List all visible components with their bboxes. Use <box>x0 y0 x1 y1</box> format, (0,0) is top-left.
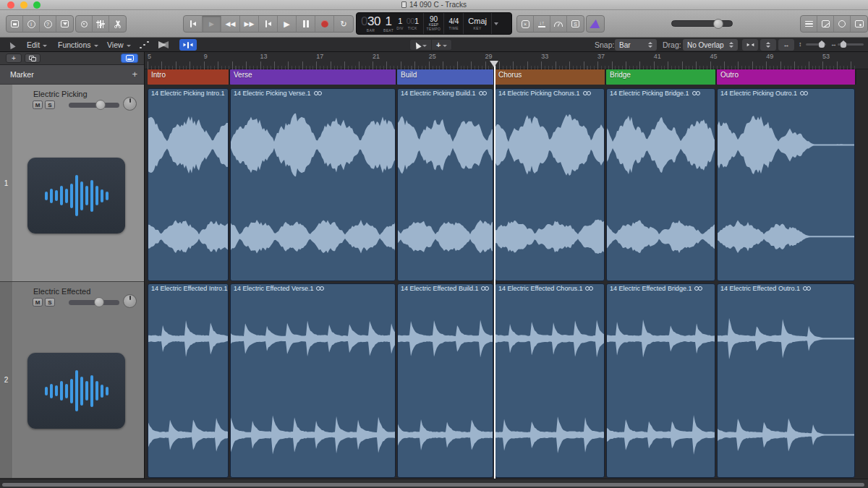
cycle-button[interactable]: ↻ <box>334 16 353 32</box>
marker-global-track[interactable]: Marker + <box>0 65 144 85</box>
zoom-button[interactable] <box>33 1 41 9</box>
list-editors-button[interactable] <box>801 16 817 32</box>
master-volume-slider[interactable] <box>671 20 733 27</box>
marker-chorus[interactable]: Chorus <box>495 69 606 85</box>
marker-outro[interactable]: Outro <box>717 69 856 85</box>
ruler-bar-13: 13 <box>260 53 268 60</box>
media-browser-button[interactable] <box>851 16 867 32</box>
left-click-tool-menu[interactable] <box>410 40 432 50</box>
mute-button[interactable]: M <box>33 100 43 109</box>
marker-lane[interactable]: IntroVerseBuildChorusBridgeOutro <box>145 69 868 85</box>
view-menu[interactable]: View <box>107 38 131 52</box>
playhead-handle[interactable] <box>490 61 498 67</box>
functions-menu[interactable]: Functions <box>58 38 98 52</box>
horizontal-fit-button[interactable]: ↔ <box>778 39 794 51</box>
track-header-config-button[interactable] <box>121 53 138 63</box>
region-track2-bridge[interactable]: 14 Electric Effected Bridge.1 <box>606 283 715 478</box>
region-track2-outro[interactable]: 14 Electric Effected Outro.1 <box>717 283 855 478</box>
add-marker-button[interactable]: + <box>132 69 137 80</box>
horizontal-zoom-slider[interactable] <box>838 43 864 46</box>
metronome-button[interactable] <box>550 16 567 32</box>
region-track1-bridge[interactable]: 14 Electric Picking Bridge.1 <box>606 88 715 281</box>
track-header-2[interactable]: 2 Electric Effected M S <box>0 282 144 479</box>
loop-browser-button[interactable] <box>834 16 851 32</box>
region-track1-chorus[interactable]: 14 Electric Picking Chorus.1 <box>495 88 605 281</box>
goto-beginning-button[interactable] <box>184 16 203 32</box>
add-track-button[interactable]: + <box>6 53 22 63</box>
lcd-time-signature[interactable]: 4/4TIME <box>444 13 464 34</box>
region-track2-intro[interactable]: 14 Electric Effected Intro.1 <box>148 283 229 478</box>
pan-knob[interactable] <box>123 294 137 308</box>
record-button[interactable] <box>315 16 334 32</box>
note-pads-button[interactable] <box>817 16 834 32</box>
track-volume-slider[interactable] <box>69 300 119 305</box>
rewind-button[interactable]: ◀◀ <box>221 16 240 32</box>
snap-select[interactable]: Bar <box>615 39 657 51</box>
ruler-bar-17: 17 <box>316 53 323 60</box>
loop-badge-icon <box>692 91 700 95</box>
pan-knob[interactable] <box>123 97 137 111</box>
mute-button[interactable]: M <box>33 298 43 307</box>
region-track1-build[interactable]: 14 Electric Picking Build.1 <box>397 88 493 281</box>
smart-controls-button[interactable] <box>76 16 93 32</box>
select-arrows-icon <box>729 42 733 48</box>
vertical-zoom-thumb[interactable] <box>819 40 825 48</box>
main-window-button[interactable] <box>7 16 23 32</box>
vertical-zoom-slider[interactable] <box>806 43 826 46</box>
duplicate-track-button[interactable] <box>25 53 41 63</box>
lcd-display[interactable]: 030BAR 1BEAT 1DIV 001TICK 90KEEPTEMPO 4/… <box>356 12 512 35</box>
horizontal-zoom-thumb[interactable] <box>841 40 846 48</box>
region-track1-verse[interactable]: 14 Electric Picking Verse.1 <box>230 88 396 281</box>
solo-button[interactable]: S <box>45 100 55 109</box>
drag-select[interactable]: No Overlap <box>683 39 738 51</box>
volume-thumb[interactable] <box>713 19 723 29</box>
mixer-button[interactable] <box>93 16 109 32</box>
region-track2-build[interactable]: 14 Electric Effected Build.1 <box>397 283 493 478</box>
stop-button[interactable] <box>259 16 278 32</box>
automation-button[interactable] <box>140 38 149 52</box>
tracks-timeline: 591317212529333741454953 IntroVerseBuild… <box>145 52 868 479</box>
apple-loops-button[interactable] <box>587 16 604 32</box>
toolbar-toggle-button[interactable] <box>56 16 73 32</box>
lcd-position[interactable]: 030BAR 1BEAT 1DIV 001TICK <box>357 13 424 34</box>
play-from-selection-button[interactable]: ▶ <box>203 16 221 32</box>
region-track1-intro[interactable]: 14 Electric Picking Intro.1 <box>148 88 229 281</box>
minimize-button[interactable] <box>20 1 27 9</box>
punch-button[interactable]: ↓↑ <box>534 16 550 32</box>
horizontal-scrollbar[interactable] <box>2 483 864 487</box>
vertical-auto-zoom-button[interactable] <box>760 39 776 51</box>
region-track1-outro[interactable]: 14 Electric Picking Outro.1 <box>717 88 855 281</box>
inspector-button[interactable]: i <box>23 16 40 32</box>
marker-verse[interactable]: Verse <box>230 69 397 85</box>
marker-intro[interactable]: Intro <box>148 69 230 85</box>
volume-thumb[interactable] <box>94 297 104 307</box>
zoom-in-arrows-icon <box>746 43 749 47</box>
catch-playhead-button[interactable] <box>179 39 197 51</box>
region-track2-verse[interactable]: 14 Electric Effected Verse.1 <box>230 283 396 478</box>
marker-build[interactable]: Build <box>397 69 495 85</box>
command-click-tool-menu[interactable]: + <box>432 40 451 50</box>
lcd-mode-chevron[interactable] <box>492 13 501 34</box>
marker-bridge[interactable]: Bridge <box>606 69 717 85</box>
play-button[interactable]: ▶ <box>278 16 297 32</box>
loop-badge-icon <box>316 286 324 291</box>
close-button[interactable] <box>7 1 14 9</box>
waveform-zoom-button[interactable] <box>742 39 758 51</box>
solo-button[interactable]: S <box>45 298 55 307</box>
lcd-key[interactable]: CmajKEY <box>464 13 492 34</box>
media-browser-icon <box>855 20 864 27</box>
volume-thumb[interactable] <box>95 100 106 110</box>
edit-menu[interactable]: Edit <box>27 38 47 52</box>
quick-help-button[interactable]: ? <box>40 16 56 32</box>
solo-mode-button[interactable]: S <box>567 16 584 32</box>
track-volume-slider[interactable] <box>69 103 119 108</box>
lcd-tempo[interactable]: 90KEEPTEMPO <box>424 13 445 34</box>
count-in-button[interactable]: × <box>517 16 534 32</box>
bar-ruler[interactable]: 591317212529333741454953 <box>145 52 868 69</box>
crossfade-button[interactable] <box>158 38 169 52</box>
track-header-1[interactable]: 1 Electric Picking M S <box>0 85 144 282</box>
region-track2-chorus[interactable]: 14 Electric Effected Chorus.1 <box>495 283 605 478</box>
forward-button[interactable]: ▶▶ <box>240 16 259 32</box>
editors-button[interactable] <box>109 16 126 32</box>
pause-button[interactable] <box>297 16 315 32</box>
